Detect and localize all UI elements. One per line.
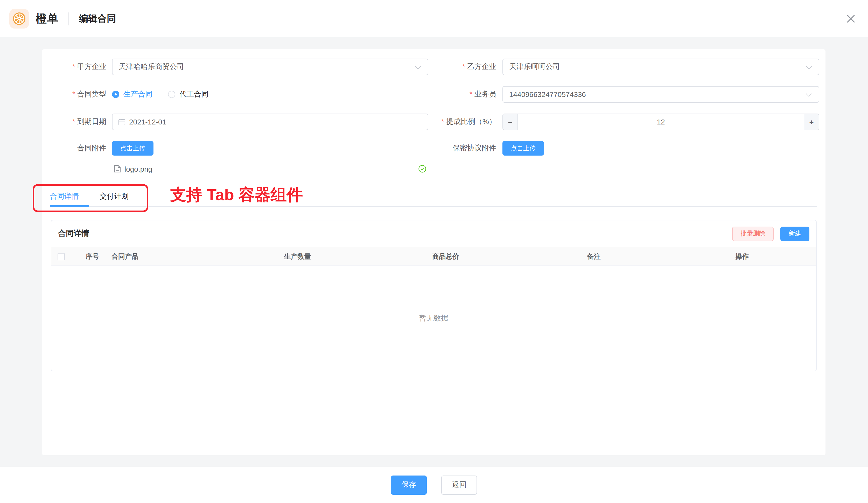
decrease-button[interactable]: −	[503, 114, 518, 130]
brand-name: 橙单	[36, 11, 59, 26]
column-header-total-price: 商品总价	[372, 252, 520, 261]
contract-type-label: 合同类型	[42, 90, 106, 99]
party-b-label: 乙方企业	[428, 62, 496, 72]
header-divider	[69, 12, 69, 25]
orange-slice-icon	[12, 12, 26, 25]
radio-production-label: 生产合同	[123, 90, 153, 99]
save-button[interactable]: 保存	[391, 475, 427, 494]
uploaded-file-item[interactable]: logo.png	[114, 164, 426, 174]
tab-delivery-plan[interactable]: 交付计划	[89, 186, 139, 206]
radio-oem-label: 代工合同	[179, 90, 208, 99]
contract-type-radio-group: 生产合同 代工合同	[112, 86, 224, 103]
commission-rate-input[interactable]: 12	[518, 114, 804, 130]
radio-production-contract[interactable]: 生产合同	[112, 90, 153, 99]
close-button[interactable]	[845, 12, 857, 25]
brand-logo	[9, 9, 29, 29]
radio-unselected-icon	[168, 91, 175, 98]
column-header-product: 合同产品	[110, 252, 224, 261]
column-header-actions: 操作	[668, 252, 816, 261]
nda-attachment-label: 保密协议附件	[428, 144, 496, 153]
create-button[interactable]: 新建	[781, 226, 809, 241]
party-a-value: 天津哈哈乐商贸公司	[113, 62, 184, 72]
commission-rate-label: 提成比例（%）	[428, 117, 496, 126]
panel-title: 合同详情	[58, 229, 89, 238]
select-all-checkbox[interactable]	[58, 253, 65, 260]
page-title: 编辑合同	[79, 12, 116, 25]
app-header: 橙单 编辑合同	[0, 0, 868, 37]
calendar-icon	[118, 118, 125, 125]
table-empty-body: 暂无数据	[51, 266, 816, 371]
chevron-down-icon	[806, 91, 812, 97]
document-icon	[114, 165, 121, 173]
app-footer: 保存 返回	[0, 467, 868, 503]
page-body: 甲方企业 天津哈哈乐商贸公司 乙方企业 天津乐呵呵公司	[0, 37, 868, 467]
chevron-down-icon	[415, 63, 421, 70]
increase-button[interactable]: +	[804, 114, 819, 130]
radio-selected-icon	[112, 91, 119, 98]
expire-date-label: 到期日期	[42, 117, 106, 126]
radio-oem-contract[interactable]: 代工合同	[168, 90, 208, 99]
table-header-row: 序号 合同产品 生产数量 商品总价 备注 操作	[51, 247, 816, 266]
chevron-down-icon	[806, 63, 812, 70]
commission-rate-stepper: − 12 +	[503, 114, 819, 130]
panel-header: 合同详情 批量删除 新建	[51, 220, 816, 247]
salesman-value: 1440966324770574336	[503, 90, 586, 99]
party-a-select[interactable]: 天津哈哈乐商贸公司	[112, 59, 428, 75]
nda-attachment-upload-button[interactable]: 点击上传	[503, 141, 544, 156]
form-card: 甲方企业 天津哈哈乐商贸公司 乙方企业 天津乐呵呵公司	[42, 49, 826, 455]
back-button[interactable]: 返回	[441, 475, 477, 494]
contract-detail-panel: 合同详情 批量删除 新建 序号 合同产品 生产数量 商品总价 备注 操作	[51, 220, 817, 371]
uploaded-file-name: logo.png	[124, 165, 152, 173]
contract-attachment-label: 合同附件	[42, 144, 106, 153]
column-header-index: 序号	[75, 252, 110, 261]
check-circle-icon	[418, 165, 426, 173]
app-window: 橙单 编辑合同 甲方企业 天津哈哈乐商贸公司	[0, 0, 868, 503]
batch-delete-button[interactable]: 批量删除	[732, 226, 774, 241]
expire-date-value: 2021-12-01	[129, 118, 166, 126]
tab-bar: 合同详情 交付计划	[50, 186, 817, 207]
party-b-value: 天津乐呵呵公司	[503, 62, 560, 72]
salesman-select[interactable]: 1440966324770574336	[503, 86, 819, 103]
salesman-label: 业务员	[428, 90, 496, 99]
empty-data-text: 暂无数据	[51, 314, 816, 323]
column-header-remark: 备注	[520, 252, 668, 261]
party-a-label: 甲方企业	[42, 62, 106, 72]
contract-attachment-upload-button[interactable]: 点击上传	[112, 141, 154, 156]
contract-form: 甲方企业 天津哈哈乐商贸公司 乙方企业 天津乐呵呵公司	[42, 49, 826, 371]
expire-date-input[interactable]: 2021-12-01	[112, 114, 428, 130]
tab-contract-detail[interactable]: 合同详情	[50, 186, 89, 206]
close-icon	[846, 13, 856, 24]
party-b-select[interactable]: 天津乐呵呵公司	[503, 59, 819, 75]
column-header-quantity: 生产数量	[224, 252, 372, 261]
